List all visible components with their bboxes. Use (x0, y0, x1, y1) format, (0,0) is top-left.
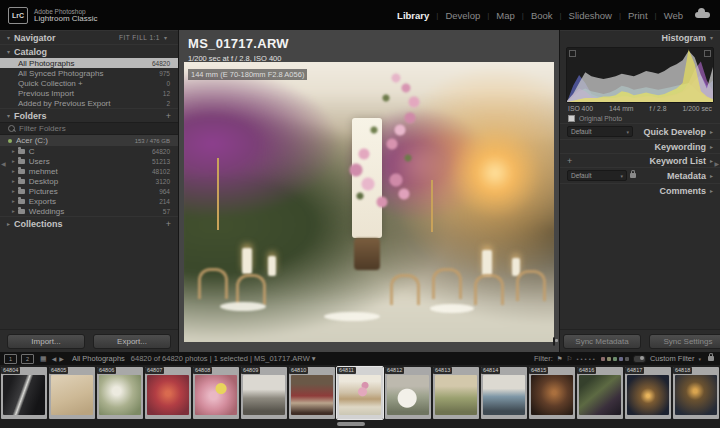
thumb-image (435, 375, 477, 415)
filmstrip-thumb[interactable]: 64805 (49, 367, 95, 419)
cloud-sync-icon[interactable] (695, 12, 710, 18)
filmstrip-thumb[interactable]: 64804 (1, 367, 47, 419)
filmstrip-thumb[interactable]: 64818 (673, 367, 719, 419)
collapse-left-panel-icon[interactable]: ◀ (1, 160, 6, 167)
catalog-item[interactable]: Quick Collection +0 (0, 78, 178, 88)
filmstrip-thumb[interactable]: 64816 (577, 367, 623, 419)
filmstrip-thumb[interactable]: 64814 (481, 367, 527, 419)
photo-preview[interactable] (184, 62, 554, 342)
add-collection-button[interactable]: + (166, 219, 171, 229)
go-back-icon[interactable]: ◀ (52, 355, 57, 362)
collections-header[interactable]: ▸ Collections + (0, 216, 178, 230)
catalog-item-label: Added by Previous Export (18, 99, 111, 108)
filmstrip-thumb-selected[interactable]: 64811 (337, 367, 383, 419)
main-window-icon[interactable]: 1 (4, 354, 17, 364)
chevron-right-icon: ▸ (710, 157, 713, 164)
keyword-list-title: Keyword List (649, 156, 706, 166)
chair (390, 274, 420, 305)
color-label-chip[interactable] (619, 357, 623, 361)
folder-item[interactable]: ▸Users51213 (0, 156, 178, 166)
right-panel: Histogram ▾ ISO 400144 mmf / 2.81/200 se… (559, 30, 720, 352)
collapse-right-panel-icon[interactable]: ▶ (714, 160, 719, 167)
module-tab-library[interactable]: Library (397, 10, 429, 21)
filmstrip-thumb[interactable]: 64808 (193, 367, 239, 419)
filmstrip-scrollbar[interactable] (337, 422, 365, 426)
folder-item[interactable]: ▸Desktop3120 (0, 176, 178, 186)
star-rating-filter[interactable]: ••••• (576, 356, 597, 362)
flag-reject-icon[interactable]: ⚐ (567, 355, 573, 363)
catalog-item-count: 0 (166, 80, 170, 87)
folder-item[interactable]: ▸Exports214 (0, 196, 178, 206)
navigator-header[interactable]: ▾ Navigator FIT FILL 1:1▾ (0, 30, 178, 44)
keyword-list-header[interactable]: + Keyword List ▸ (560, 153, 720, 167)
color-label-chip[interactable] (607, 357, 611, 361)
filmstrip-thumb[interactable]: 64812 (385, 367, 431, 419)
filmstrip-source-breadcrumb[interactable]: All Photographs (72, 354, 125, 363)
thumb-index-badge: 64805 (49, 367, 68, 374)
comments-header[interactable]: Comments ▸ (560, 183, 720, 197)
catalog-item-label: All Synced Photographs (18, 69, 103, 78)
second-window-icon[interactable]: 2 (21, 354, 34, 364)
color-label-chip[interactable] (601, 357, 605, 361)
catalog-item-label: Previous Import (18, 89, 74, 98)
catalog-header[interactable]: ▾ Catalog (0, 44, 178, 58)
module-tab-web[interactable]: Web (664, 10, 683, 21)
folders-header[interactable]: ▾ Folders + (0, 108, 178, 122)
navigator-zoom-options[interactable]: FIT FILL 1:1 (119, 34, 160, 41)
sync-settings-button[interactable]: Sync Settings (649, 334, 720, 349)
catalog-item[interactable]: Previous Import12 (0, 88, 178, 98)
histogram-header[interactable]: Histogram ▾ (560, 30, 720, 44)
metadata-header[interactable]: Metadata (667, 171, 706, 181)
add-keyword-button[interactable]: + (567, 156, 572, 166)
add-folder-button[interactable]: + (166, 111, 171, 121)
metadata-preset-combo[interactable]: Default ▾ (567, 170, 627, 181)
module-tab-book[interactable]: Book (531, 10, 553, 21)
flag-pick-icon[interactable]: ⚑ (557, 355, 563, 363)
sync-metadata-button[interactable]: Sync Metadata (563, 334, 641, 349)
filter-lock-icon[interactable] (708, 356, 714, 361)
custom-filter-dropdown[interactable]: Custom Filter (650, 354, 695, 363)
thumb-image (291, 375, 333, 415)
filter-folders-input[interactable]: Filter Folders (0, 122, 178, 135)
folder-item[interactable]: ▸C64820 (0, 146, 178, 156)
keywording-header[interactable]: Keywording ▸ (560, 139, 720, 153)
filmstrip-thumb[interactable]: 64810 (289, 367, 335, 419)
module-tab-develop[interactable]: Develop (445, 10, 480, 21)
filmstrip-thumb[interactable]: 64813 (433, 367, 479, 419)
drive-row[interactable]: Acer (C:) 153 / 476 GB (0, 135, 178, 146)
folder-item[interactable]: ▸Weddings57 (0, 206, 178, 216)
filmstrip-status-text[interactable]: 64820 of 64820 photos | 1 selected | MS_… (131, 354, 316, 363)
filmstrip-thumb[interactable]: 64809 (241, 367, 287, 419)
go-forward-icon[interactable]: ▶ (59, 355, 64, 362)
filmstrip-thumb[interactable]: 64806 (97, 367, 143, 419)
import-button[interactable]: Import... (7, 334, 85, 349)
lightroom-logo-icon: LrC (8, 7, 28, 24)
catalog-item-count: 64820 (152, 60, 170, 67)
histogram-graph[interactable] (566, 47, 714, 103)
filmstrip-thumb[interactable]: 64817 (625, 367, 671, 419)
loupe-view[interactable]: MS_01717.ARW 1/200 sec at f / 2.8, ISO 4… (179, 30, 559, 352)
quick-develop-header[interactable]: Quick Develop (643, 127, 706, 137)
history-arrows: ◀ ▶ (52, 355, 64, 362)
filmstrip-thumb[interactable]: 64807 (145, 367, 191, 419)
folder-item[interactable]: ▸Pictures964 (0, 186, 178, 196)
lock-icon[interactable] (630, 173, 636, 178)
catalog-item[interactable]: Added by Previous Export2 (0, 98, 178, 108)
auto-sync-toggle[interactable] (553, 337, 555, 346)
filmstrip-thumb[interactable]: 64815 (529, 367, 575, 419)
catalog-item[interactable]: All Photographs64820 (0, 58, 178, 68)
catalog-item[interactable]: All Synced Photographs975 (0, 68, 178, 78)
export-button[interactable]: Export... (93, 334, 171, 349)
folder-item[interactable]: ▸mehmet48102 (0, 166, 178, 176)
module-tab-print[interactable]: Print (628, 10, 648, 21)
color-label-chip[interactable] (625, 357, 629, 361)
filter-toggle-switch[interactable] (633, 355, 646, 363)
preview-status-row[interactable]: Original Photo (560, 114, 720, 123)
color-label-chip[interactable] (613, 357, 617, 361)
candle (268, 256, 276, 276)
module-tab-slideshow[interactable]: Slideshow (569, 10, 612, 21)
module-tab-map[interactable]: Map (496, 10, 514, 21)
folder-name: C (29, 147, 35, 156)
grid-view-icon[interactable]: ▦ (40, 355, 47, 363)
saved-preset-combo[interactable]: Default ▾ (567, 126, 633, 137)
